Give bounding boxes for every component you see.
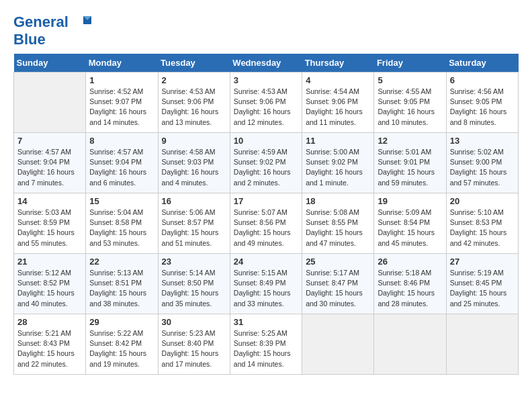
day-info: Sunrise: 5:17 AMSunset: 8:47 PMDaylight:… (306, 268, 370, 309)
calendar-cell: 25Sunrise: 5:17 AMSunset: 8:47 PMDayligh… (302, 254, 374, 314)
day-info: Sunrise: 4:57 AMSunset: 9:04 PMDaylight:… (89, 147, 154, 188)
day-number: 22 (89, 257, 154, 267)
page-header: General Blue (13, 13, 519, 47)
calendar-cell: 18Sunrise: 5:08 AMSunset: 8:55 PMDayligh… (302, 193, 374, 254)
day-info: Sunrise: 4:53 AMSunset: 9:06 PMDaylight:… (234, 87, 298, 128)
day-number: 27 (450, 257, 515, 267)
calendar-cell: 7Sunrise: 4:57 AMSunset: 9:04 PMDaylight… (14, 133, 86, 193)
calendar-cell: 12Sunrise: 5:01 AMSunset: 9:01 PMDayligh… (374, 133, 446, 193)
day-number: 21 (17, 257, 82, 267)
day-number: 24 (234, 257, 298, 267)
calendar-cell: 17Sunrise: 5:07 AMSunset: 8:56 PMDayligh… (230, 193, 302, 254)
logo-blue: Blue (13, 32, 93, 47)
calendar-cell: 5Sunrise: 4:55 AMSunset: 9:05 PMDaylight… (374, 73, 446, 133)
day-info: Sunrise: 4:58 AMSunset: 9:03 PMDaylight:… (162, 147, 226, 188)
day-number: 29 (89, 317, 154, 327)
day-info: Sunrise: 5:03 AMSunset: 8:59 PMDaylight:… (17, 208, 82, 248)
calendar-cell: 19Sunrise: 5:09 AMSunset: 8:54 PMDayligh… (374, 193, 446, 254)
day-number: 20 (450, 196, 515, 206)
day-number: 9 (162, 136, 226, 146)
weekday-header-row: SundayMondayTuesdayWednesdayThursdayFrid… (14, 54, 519, 73)
weekday-header-sunday: Sunday (14, 54, 86, 73)
logo-flag-icon (74, 13, 93, 32)
week-row-1: 1Sunrise: 4:52 AMSunset: 9:07 PMDaylight… (14, 73, 519, 133)
calendar-cell: 30Sunrise: 5:23 AMSunset: 8:40 PMDayligh… (158, 314, 230, 375)
weekday-header-tuesday: Tuesday (158, 54, 230, 73)
day-number: 2 (162, 75, 226, 85)
day-info: Sunrise: 5:01 AMSunset: 9:01 PMDaylight:… (378, 147, 442, 188)
calendar-cell (374, 314, 446, 375)
calendar-cell: 23Sunrise: 5:14 AMSunset: 8:50 PMDayligh… (158, 254, 230, 314)
day-info: Sunrise: 4:54 AMSunset: 9:06 PMDaylight:… (306, 87, 370, 128)
day-info: Sunrise: 4:55 AMSunset: 9:05 PMDaylight:… (378, 87, 442, 128)
weekday-header-monday: Monday (86, 54, 158, 73)
calendar-cell: 31Sunrise: 5:25 AMSunset: 8:39 PMDayligh… (230, 314, 302, 375)
day-info: Sunrise: 4:53 AMSunset: 9:06 PMDaylight:… (162, 87, 226, 128)
day-number: 13 (450, 136, 515, 146)
day-info: Sunrise: 5:21 AMSunset: 8:43 PMDaylight:… (17, 328, 82, 369)
day-info: Sunrise: 5:15 AMSunset: 8:49 PMDaylight:… (234, 268, 298, 309)
day-number: 15 (89, 196, 154, 206)
calendar-cell (14, 73, 86, 133)
day-number: 4 (306, 75, 370, 85)
day-info: Sunrise: 4:56 AMSunset: 9:05 PMDaylight:… (450, 87, 515, 128)
day-info: Sunrise: 5:23 AMSunset: 8:40 PMDaylight:… (162, 328, 226, 369)
day-info: Sunrise: 5:00 AMSunset: 9:02 PMDaylight:… (306, 147, 370, 188)
calendar-cell: 4Sunrise: 4:54 AMSunset: 9:06 PMDaylight… (302, 73, 374, 133)
day-number: 30 (162, 317, 226, 327)
day-info: Sunrise: 5:10 AMSunset: 8:53 PMDaylight:… (450, 208, 515, 248)
calendar-cell (302, 314, 374, 375)
day-info: Sunrise: 5:22 AMSunset: 8:42 PMDaylight:… (89, 328, 154, 369)
calendar-cell: 2Sunrise: 4:53 AMSunset: 9:06 PMDaylight… (158, 73, 230, 133)
day-info: Sunrise: 5:19 AMSunset: 8:45 PMDaylight:… (450, 268, 515, 309)
day-info: Sunrise: 4:59 AMSunset: 9:02 PMDaylight:… (234, 147, 298, 188)
day-number: 1 (89, 75, 154, 85)
calendar-cell: 29Sunrise: 5:22 AMSunset: 8:42 PMDayligh… (86, 314, 158, 375)
weekday-header-friday: Friday (374, 54, 446, 73)
day-number: 31 (234, 317, 298, 327)
calendar-cell: 6Sunrise: 4:56 AMSunset: 9:05 PMDaylight… (446, 73, 518, 133)
day-number: 25 (306, 257, 370, 267)
day-number: 18 (306, 196, 370, 206)
calendar-cell: 22Sunrise: 5:13 AMSunset: 8:51 PMDayligh… (86, 254, 158, 314)
calendar-cell: 14Sunrise: 5:03 AMSunset: 8:59 PMDayligh… (14, 193, 86, 254)
calendar-cell: 27Sunrise: 5:19 AMSunset: 8:45 PMDayligh… (446, 254, 518, 314)
day-info: Sunrise: 5:09 AMSunset: 8:54 PMDaylight:… (378, 208, 442, 248)
day-info: Sunrise: 4:57 AMSunset: 9:04 PMDaylight:… (17, 147, 82, 188)
logo: General Blue (13, 13, 93, 47)
day-number: 26 (378, 257, 442, 267)
day-info: Sunrise: 5:04 AMSunset: 8:58 PMDaylight:… (89, 208, 154, 248)
week-row-2: 7Sunrise: 4:57 AMSunset: 9:04 PMDaylight… (14, 133, 519, 193)
calendar-table: SundayMondayTuesdayWednesdayThursdayFrid… (13, 54, 519, 375)
logo-general: General (13, 13, 69, 30)
day-number: 11 (306, 136, 370, 146)
calendar-cell: 26Sunrise: 5:18 AMSunset: 8:46 PMDayligh… (374, 254, 446, 314)
day-info: Sunrise: 5:13 AMSunset: 8:51 PMDaylight:… (89, 268, 154, 309)
calendar-cell: 13Sunrise: 5:02 AMSunset: 9:00 PMDayligh… (446, 133, 518, 193)
day-number: 28 (17, 317, 82, 327)
calendar-cell: 15Sunrise: 5:04 AMSunset: 8:58 PMDayligh… (86, 193, 158, 254)
weekday-header-thursday: Thursday (302, 54, 374, 73)
day-info: Sunrise: 4:52 AMSunset: 9:07 PMDaylight:… (89, 87, 154, 128)
calendar-cell: 8Sunrise: 4:57 AMSunset: 9:04 PMDaylight… (86, 133, 158, 193)
day-info: Sunrise: 5:14 AMSunset: 8:50 PMDaylight:… (162, 268, 226, 309)
week-row-4: 21Sunrise: 5:12 AMSunset: 8:52 PMDayligh… (14, 254, 519, 314)
calendar-cell: 21Sunrise: 5:12 AMSunset: 8:52 PMDayligh… (14, 254, 86, 314)
day-info: Sunrise: 5:06 AMSunset: 8:57 PMDaylight:… (162, 208, 226, 248)
day-number: 19 (378, 196, 442, 206)
day-number: 5 (378, 75, 442, 85)
calendar-cell: 20Sunrise: 5:10 AMSunset: 8:53 PMDayligh… (446, 193, 518, 254)
day-info: Sunrise: 5:02 AMSunset: 9:00 PMDaylight:… (450, 147, 515, 188)
day-number: 7 (17, 136, 82, 146)
calendar-cell: 9Sunrise: 4:58 AMSunset: 9:03 PMDaylight… (158, 133, 230, 193)
calendar-cell: 11Sunrise: 5:00 AMSunset: 9:02 PMDayligh… (302, 133, 374, 193)
calendar-cell: 24Sunrise: 5:15 AMSunset: 8:49 PMDayligh… (230, 254, 302, 314)
logo-text: General (13, 13, 93, 32)
day-number: 16 (162, 196, 226, 206)
day-info: Sunrise: 5:25 AMSunset: 8:39 PMDaylight:… (234, 328, 298, 369)
calendar-cell: 3Sunrise: 4:53 AMSunset: 9:06 PMDaylight… (230, 73, 302, 133)
day-number: 6 (450, 75, 515, 85)
day-number: 12 (378, 136, 442, 146)
calendar-cell (446, 314, 518, 375)
day-number: 17 (234, 196, 298, 206)
